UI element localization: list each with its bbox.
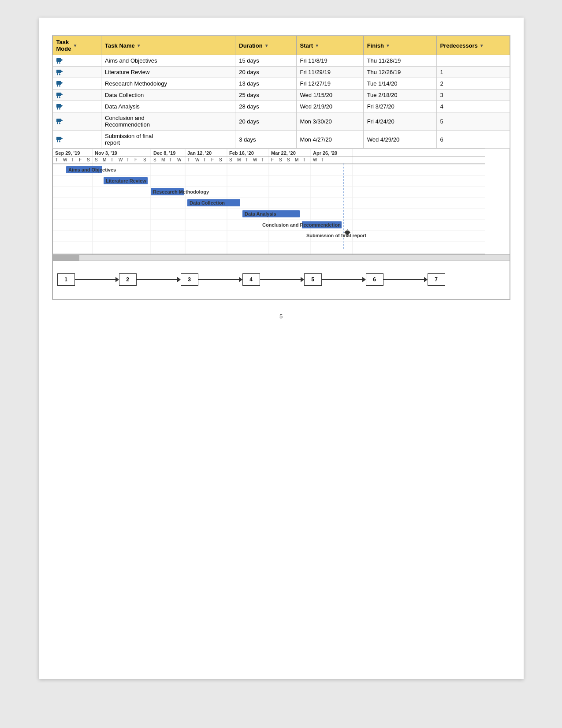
cell-taskmode-2: [52, 78, 101, 90]
cell-start-1: Fri 11/29/19: [296, 67, 363, 78]
cell-finish-2: Tue 1/14/20: [363, 78, 436, 90]
svg-text:S: S: [87, 157, 90, 162]
cell-start-5: Mon 3/30/20: [296, 112, 363, 131]
th-duration[interactable]: Duration ▼: [235, 36, 296, 55]
svg-text:F: F: [271, 157, 274, 162]
arrow-line: [198, 279, 239, 280]
svg-text:S: S: [153, 157, 156, 162]
cell-taskmode-5: [52, 112, 101, 131]
svg-text:T: T: [321, 157, 324, 162]
cell-pred-3: 3: [436, 90, 510, 101]
svg-marker-7: [61, 71, 63, 72]
arrow-head: [301, 277, 304, 282]
cell-pred-1: 1: [436, 67, 510, 78]
svg-text:T: T: [169, 157, 172, 162]
svg-text:S: S: [279, 157, 282, 162]
cell-duration-2: 13 days: [235, 78, 296, 90]
cell-duration-0: 15 days: [235, 55, 296, 67]
cell-start-6: Mon 4/27/20: [296, 131, 363, 149]
svg-text:W: W: [177, 157, 182, 162]
cell-taskname-2: Reseearch Methodology: [101, 78, 235, 90]
cell-finish-0: Thu 11/28/19: [363, 55, 436, 67]
svg-text:M: M: [161, 157, 165, 162]
table-row: Literature Review 20 days Fri 11/29/19 T…: [52, 67, 510, 78]
svg-text:Apr 26, '20: Apr 26, '20: [313, 150, 337, 156]
svg-text:Jan 12, '20: Jan 12, '20: [187, 150, 212, 156]
timeline-node-5: 5: [304, 273, 322, 286]
timeline-arrow-1: [137, 277, 181, 282]
cell-duration-5: 20 days: [235, 112, 296, 131]
arrow-line: [260, 279, 301, 280]
svg-marker-31: [61, 119, 63, 121]
svg-text:Nov 3, '19: Nov 3, '19: [95, 150, 117, 156]
cell-taskmode-4: [52, 101, 101, 112]
svg-text:T: T: [245, 157, 248, 162]
cell-taskmode-0: [52, 55, 101, 67]
th-taskname[interactable]: Task Name ▼: [101, 36, 235, 55]
th-taskname-label: Task Name: [105, 42, 135, 49]
cell-taskname-0: Aims and Objectives: [101, 55, 235, 67]
svg-rect-30: [56, 119, 61, 122]
svg-text:M: M: [295, 157, 298, 162]
timeline-arrow-3: [260, 277, 304, 282]
th-start-label: Start: [300, 42, 313, 49]
gantt-svg: Sep 29, '19 Nov 3, '19 Dec 8, '19 Jan 12…: [53, 149, 485, 254]
table-row: Conclusion andRecommendetion 20 days Mon…: [52, 112, 510, 131]
svg-text:F: F: [211, 157, 214, 162]
svg-text:W: W: [195, 157, 200, 162]
svg-text:W: W: [119, 157, 123, 162]
timeline-arrow-4: [322, 277, 366, 282]
table-row: Aims and Objectives 15 days Fri 11/8/19 …: [52, 55, 510, 67]
timeline-arrow-0: [75, 277, 119, 282]
sort-arrow-duration: ▼: [264, 43, 269, 48]
sort-arrow-start: ▼: [315, 43, 319, 48]
task-table: TaskMode ▼ Task Name ▼ Duration ▼: [52, 36, 510, 149]
svg-marker-19: [61, 93, 63, 95]
th-finish[interactable]: Finish ▼: [363, 36, 436, 55]
cell-duration-6: 3 days: [235, 131, 296, 149]
svg-text:S: S: [287, 157, 290, 162]
svg-text:Data Collection: Data Collection: [190, 200, 225, 205]
svg-marker-13: [61, 82, 63, 84]
svg-text:Aims and Objectives: Aims and Objectives: [68, 167, 116, 172]
cell-taskmode-3: [52, 90, 101, 101]
th-predecessors[interactable]: Predecessors ▼: [436, 36, 510, 55]
sort-arrow-taskname: ▼: [137, 43, 141, 48]
timeline-section: 1 2 3 4 5 6 7: [52, 261, 510, 299]
arrow-line: [322, 279, 362, 280]
svg-text:Feb 16, '20: Feb 16, '20: [229, 150, 254, 156]
th-start[interactable]: Start ▼: [296, 36, 363, 55]
cell-finish-3: Tue 2/18/20: [363, 90, 436, 101]
svg-text:F: F: [79, 157, 82, 162]
svg-text:M: M: [237, 157, 241, 162]
cell-pred-5: 5: [436, 112, 510, 131]
arrow-head: [362, 277, 366, 282]
page-container: TaskMode ▼ Task Name ▼ Duration ▼: [39, 18, 524, 679]
gantt-section: Sep 29, '19 Nov 3, '19 Dec 8, '19 Jan 12…: [52, 149, 510, 255]
svg-text:Conclusion and Recommendetion: Conclusion and Recommendetion: [262, 222, 341, 228]
cell-taskname-6: Submission of finalreport: [101, 131, 235, 149]
th-taskmode-label: TaskMode: [56, 39, 71, 52]
svg-marker-25: [61, 105, 63, 107]
cell-taskname-4: Data Analysis: [101, 101, 235, 112]
scrollbar[interactable]: [52, 255, 510, 261]
timeline-node-3: 3: [181, 273, 198, 286]
table-row: Submission of finalreport 3 days Mon 4/2…: [52, 131, 510, 149]
svg-text:T: T: [111, 157, 113, 162]
svg-text:Sep 29, '19: Sep 29, '19: [55, 150, 80, 156]
th-taskmode[interactable]: TaskMode ▼: [52, 36, 101, 55]
table-row: Data Collection 25 days Wed 1/15/20 Tue …: [52, 90, 510, 101]
cell-start-0: Fri 11/8/19: [296, 55, 363, 67]
svg-text:S: S: [229, 157, 232, 162]
svg-text:T: T: [55, 157, 58, 162]
th-finish-label: Finish: [367, 42, 384, 49]
cell-finish-5: Fri 4/24/20: [363, 112, 436, 131]
timeline-arrow-2: [198, 277, 242, 282]
sort-arrow-taskmode: ▼: [73, 43, 77, 48]
svg-text:W: W: [63, 157, 67, 162]
cell-taskname-3: Data Collection: [101, 90, 235, 101]
main-container: TaskMode ▼ Task Name ▼ Duration ▼: [52, 35, 510, 300]
cell-start-4: Wed 2/19/20: [296, 101, 363, 112]
cell-pred-4: 4: [436, 101, 510, 112]
arrow-head: [115, 277, 119, 282]
